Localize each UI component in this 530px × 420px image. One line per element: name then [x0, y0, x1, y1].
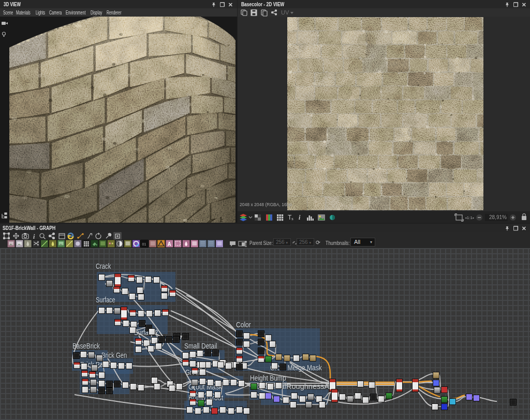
svg-text:A: A [167, 241, 171, 247]
svg-text:28,91%: 28,91% [489, 214, 507, 220]
svg-text:Ts: Ts [288, 214, 293, 221]
svg-text:•1:1•: •1:1• [465, 215, 474, 220]
svg-text:i: i [299, 214, 301, 221]
svg-text:01: 01 [142, 242, 146, 246]
svg-text:UV: UV [281, 9, 289, 16]
